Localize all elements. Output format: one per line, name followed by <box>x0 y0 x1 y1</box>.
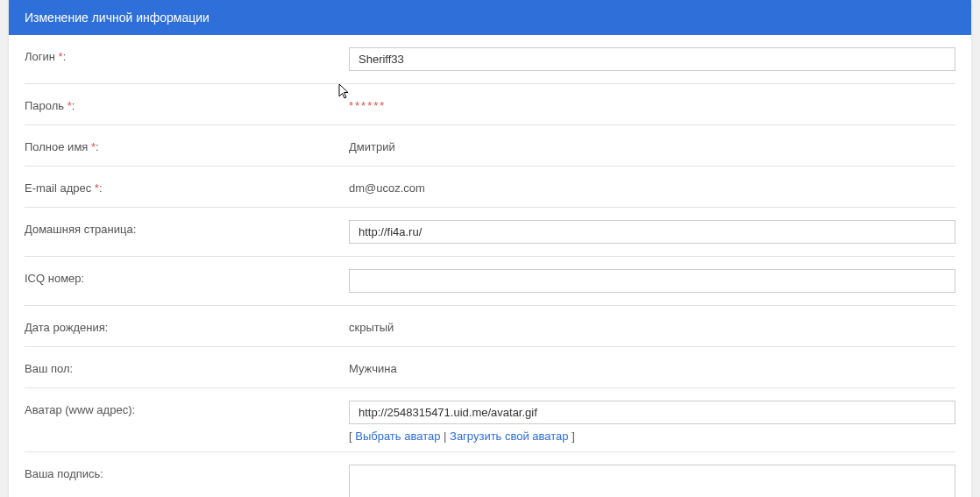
fullname-text: Дмитрий <box>349 138 395 153</box>
label-gender: Ваш пол: <box>25 359 349 375</box>
email-text: dm@ucoz.com <box>349 179 425 195</box>
birthdate-text: скрытый <box>349 318 394 334</box>
row-homepage: Домашняя страница: <box>25 208 955 257</box>
value-homepage <box>349 220 955 244</box>
label-avatar: Аватар (www адрес): <box>25 401 349 416</box>
row-gender: Ваш пол: Мужчина <box>25 347 955 388</box>
homepage-input[interactable] <box>349 220 955 244</box>
value-email: dm@ucoz.com <box>349 179 955 195</box>
choose-avatar-link[interactable]: Выбрать аватар <box>355 430 440 443</box>
row-signature: Ваша подпись: <box>25 452 955 497</box>
row-fullname: Полное имя *: Дмитрий <box>25 125 955 167</box>
label-login: Логин *: <box>25 47 349 63</box>
row-avatar: Аватар (www адрес): [ Выбрать аватар | З… <box>25 388 955 452</box>
value-login <box>349 47 955 71</box>
row-login: Логин *: <box>25 35 955 84</box>
label-signature: Ваша подпись: <box>25 465 349 480</box>
profile-edit-panel: Изменение личной информации Логин *: Пар… <box>9 0 971 497</box>
label-birthdate: Дата рождения: <box>25 318 349 334</box>
icq-input[interactable] <box>349 269 955 293</box>
label-password: Пароль *: <box>25 96 349 112</box>
value-signature <box>349 465 955 497</box>
value-gender: Мужчина <box>349 359 955 375</box>
form-body: Логин *: Пароль *: ****** Полное имя *: … <box>9 35 971 497</box>
gender-text: Мужчина <box>349 359 397 375</box>
label-icq: ICQ номер: <box>25 269 349 285</box>
upload-avatar-link[interactable]: Загрузить свой аватар <box>450 430 569 443</box>
password-masked: ****** <box>349 96 386 112</box>
avatar-links: [ Выбрать аватар | Загрузить свой аватар… <box>349 430 955 443</box>
value-password: ****** <box>349 96 955 112</box>
value-fullname: Дмитрий <box>349 138 955 153</box>
panel-header: Изменение личной информации <box>9 0 971 35</box>
avatar-input[interactable] <box>349 401 955 424</box>
panel-title: Изменение личной информации <box>25 11 209 25</box>
label-email: E-mail адрес *: <box>25 179 349 195</box>
value-birthdate: скрытый <box>349 318 955 334</box>
label-homepage: Домашняя страница: <box>25 220 349 236</box>
signature-input[interactable] <box>349 465 955 497</box>
row-email: E-mail адрес *: dm@ucoz.com <box>25 167 955 208</box>
row-icq: ICQ номер: <box>25 257 955 306</box>
value-icq <box>349 269 955 293</box>
label-fullname: Полное имя *: <box>25 138 349 153</box>
row-password: Пароль *: ****** <box>25 84 955 125</box>
login-input[interactable] <box>349 47 955 71</box>
value-avatar: [ Выбрать аватар | Загрузить свой аватар… <box>349 401 955 443</box>
row-birthdate: Дата рождения: скрытый <box>25 306 955 347</box>
